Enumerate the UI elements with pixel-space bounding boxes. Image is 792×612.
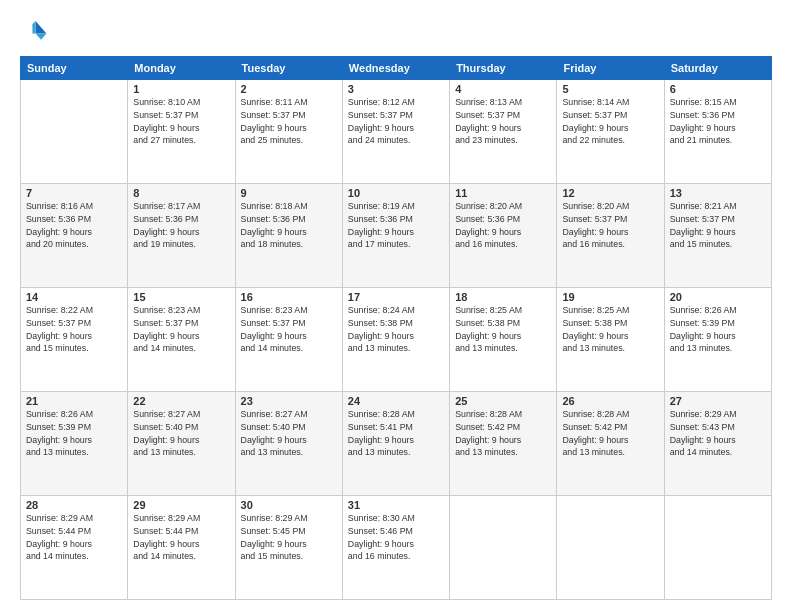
weekday-header-row: SundayMondayTuesdayWednesdayThursdayFrid… [21, 57, 772, 80]
day-info: Sunrise: 8:27 AMSunset: 5:40 PMDaylight:… [241, 408, 337, 459]
day-info: Sunrise: 8:18 AMSunset: 5:36 PMDaylight:… [241, 200, 337, 251]
day-number: 30 [241, 499, 337, 511]
calendar-cell: 8Sunrise: 8:17 AMSunset: 5:36 PMDaylight… [128, 184, 235, 288]
calendar-cell: 24Sunrise: 8:28 AMSunset: 5:41 PMDayligh… [342, 392, 449, 496]
day-info: Sunrise: 8:26 AMSunset: 5:39 PMDaylight:… [670, 304, 766, 355]
weekday-header-friday: Friday [557, 57, 664, 80]
weekday-header-monday: Monday [128, 57, 235, 80]
day-number: 16 [241, 291, 337, 303]
day-info: Sunrise: 8:20 AMSunset: 5:36 PMDaylight:… [455, 200, 551, 251]
calendar-cell: 22Sunrise: 8:27 AMSunset: 5:40 PMDayligh… [128, 392, 235, 496]
day-info: Sunrise: 8:28 AMSunset: 5:42 PMDaylight:… [455, 408, 551, 459]
calendar-cell: 28Sunrise: 8:29 AMSunset: 5:44 PMDayligh… [21, 496, 128, 600]
day-info: Sunrise: 8:27 AMSunset: 5:40 PMDaylight:… [133, 408, 229, 459]
weekday-header-tuesday: Tuesday [235, 57, 342, 80]
day-info: Sunrise: 8:14 AMSunset: 5:37 PMDaylight:… [562, 96, 658, 147]
day-info: Sunrise: 8:25 AMSunset: 5:38 PMDaylight:… [562, 304, 658, 355]
day-number: 3 [348, 83, 444, 95]
svg-marker-2 [32, 21, 35, 33]
day-info: Sunrise: 8:16 AMSunset: 5:36 PMDaylight:… [26, 200, 122, 251]
day-number: 8 [133, 187, 229, 199]
day-number: 6 [670, 83, 766, 95]
calendar-cell [664, 496, 771, 600]
calendar-cell [450, 496, 557, 600]
calendar-cell: 19Sunrise: 8:25 AMSunset: 5:38 PMDayligh… [557, 288, 664, 392]
day-info: Sunrise: 8:17 AMSunset: 5:36 PMDaylight:… [133, 200, 229, 251]
calendar-cell: 13Sunrise: 8:21 AMSunset: 5:37 PMDayligh… [664, 184, 771, 288]
day-info: Sunrise: 8:29 AMSunset: 5:45 PMDaylight:… [241, 512, 337, 563]
day-info: Sunrise: 8:13 AMSunset: 5:37 PMDaylight:… [455, 96, 551, 147]
day-number: 19 [562, 291, 658, 303]
calendar-cell: 4Sunrise: 8:13 AMSunset: 5:37 PMDaylight… [450, 80, 557, 184]
day-number: 12 [562, 187, 658, 199]
calendar-cell: 15Sunrise: 8:23 AMSunset: 5:37 PMDayligh… [128, 288, 235, 392]
calendar-cell [557, 496, 664, 600]
weekday-header-sunday: Sunday [21, 57, 128, 80]
calendar-cell [21, 80, 128, 184]
calendar-cell: 30Sunrise: 8:29 AMSunset: 5:45 PMDayligh… [235, 496, 342, 600]
top-section [20, 18, 772, 46]
calendar-cell: 21Sunrise: 8:26 AMSunset: 5:39 PMDayligh… [21, 392, 128, 496]
weekday-header-thursday: Thursday [450, 57, 557, 80]
week-row-2: 7Sunrise: 8:16 AMSunset: 5:36 PMDaylight… [21, 184, 772, 288]
day-number: 29 [133, 499, 229, 511]
logo [20, 18, 52, 46]
day-info: Sunrise: 8:25 AMSunset: 5:38 PMDaylight:… [455, 304, 551, 355]
day-info: Sunrise: 8:20 AMSunset: 5:37 PMDaylight:… [562, 200, 658, 251]
day-info: Sunrise: 8:15 AMSunset: 5:36 PMDaylight:… [670, 96, 766, 147]
calendar-cell: 17Sunrise: 8:24 AMSunset: 5:38 PMDayligh… [342, 288, 449, 392]
day-info: Sunrise: 8:29 AMSunset: 5:43 PMDaylight:… [670, 408, 766, 459]
day-number: 25 [455, 395, 551, 407]
day-number: 17 [348, 291, 444, 303]
week-row-5: 28Sunrise: 8:29 AMSunset: 5:44 PMDayligh… [21, 496, 772, 600]
svg-marker-0 [36, 21, 47, 33]
calendar-cell: 1Sunrise: 8:10 AMSunset: 5:37 PMDaylight… [128, 80, 235, 184]
calendar-cell: 7Sunrise: 8:16 AMSunset: 5:36 PMDaylight… [21, 184, 128, 288]
calendar-cell: 26Sunrise: 8:28 AMSunset: 5:42 PMDayligh… [557, 392, 664, 496]
day-number: 11 [455, 187, 551, 199]
calendar-cell: 10Sunrise: 8:19 AMSunset: 5:36 PMDayligh… [342, 184, 449, 288]
calendar-cell: 23Sunrise: 8:27 AMSunset: 5:40 PMDayligh… [235, 392, 342, 496]
week-row-1: 1Sunrise: 8:10 AMSunset: 5:37 PMDaylight… [21, 80, 772, 184]
day-info: Sunrise: 8:30 AMSunset: 5:46 PMDaylight:… [348, 512, 444, 563]
calendar-cell: 9Sunrise: 8:18 AMSunset: 5:36 PMDaylight… [235, 184, 342, 288]
weekday-header-saturday: Saturday [664, 57, 771, 80]
day-info: Sunrise: 8:26 AMSunset: 5:39 PMDaylight:… [26, 408, 122, 459]
day-info: Sunrise: 8:29 AMSunset: 5:44 PMDaylight:… [26, 512, 122, 563]
day-number: 31 [348, 499, 444, 511]
day-number: 23 [241, 395, 337, 407]
day-number: 20 [670, 291, 766, 303]
calendar-cell: 31Sunrise: 8:30 AMSunset: 5:46 PMDayligh… [342, 496, 449, 600]
day-number: 26 [562, 395, 658, 407]
calendar-cell: 25Sunrise: 8:28 AMSunset: 5:42 PMDayligh… [450, 392, 557, 496]
day-info: Sunrise: 8:23 AMSunset: 5:37 PMDaylight:… [241, 304, 337, 355]
day-number: 28 [26, 499, 122, 511]
week-row-4: 21Sunrise: 8:26 AMSunset: 5:39 PMDayligh… [21, 392, 772, 496]
calendar: SundayMondayTuesdayWednesdayThursdayFrid… [20, 56, 772, 600]
day-info: Sunrise: 8:21 AMSunset: 5:37 PMDaylight:… [670, 200, 766, 251]
day-number: 22 [133, 395, 229, 407]
day-info: Sunrise: 8:24 AMSunset: 5:38 PMDaylight:… [348, 304, 444, 355]
day-number: 24 [348, 395, 444, 407]
calendar-cell: 14Sunrise: 8:22 AMSunset: 5:37 PMDayligh… [21, 288, 128, 392]
calendar-cell: 12Sunrise: 8:20 AMSunset: 5:37 PMDayligh… [557, 184, 664, 288]
day-number: 15 [133, 291, 229, 303]
day-number: 13 [670, 187, 766, 199]
day-info: Sunrise: 8:28 AMSunset: 5:42 PMDaylight:… [562, 408, 658, 459]
calendar-cell: 3Sunrise: 8:12 AMSunset: 5:37 PMDaylight… [342, 80, 449, 184]
day-info: Sunrise: 8:12 AMSunset: 5:37 PMDaylight:… [348, 96, 444, 147]
weekday-header-wednesday: Wednesday [342, 57, 449, 80]
calendar-cell: 11Sunrise: 8:20 AMSunset: 5:36 PMDayligh… [450, 184, 557, 288]
calendar-cell: 6Sunrise: 8:15 AMSunset: 5:36 PMDaylight… [664, 80, 771, 184]
page: SundayMondayTuesdayWednesdayThursdayFrid… [0, 0, 792, 612]
week-row-3: 14Sunrise: 8:22 AMSunset: 5:37 PMDayligh… [21, 288, 772, 392]
day-info: Sunrise: 8:29 AMSunset: 5:44 PMDaylight:… [133, 512, 229, 563]
day-number: 7 [26, 187, 122, 199]
day-number: 5 [562, 83, 658, 95]
logo-icon [20, 18, 48, 46]
day-number: 14 [26, 291, 122, 303]
calendar-cell: 20Sunrise: 8:26 AMSunset: 5:39 PMDayligh… [664, 288, 771, 392]
day-number: 27 [670, 395, 766, 407]
day-info: Sunrise: 8:28 AMSunset: 5:41 PMDaylight:… [348, 408, 444, 459]
day-number: 10 [348, 187, 444, 199]
